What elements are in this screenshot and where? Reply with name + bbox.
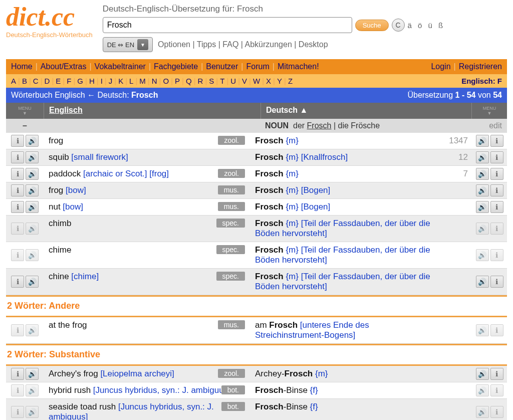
sound-icon[interactable]: 🔊 — [26, 406, 39, 418]
deutsch-cell[interactable]: Frosch {m} [Teil der Fassdauben, der übe… — [250, 216, 442, 242]
deutsch-cell[interactable]: Frosch {m} [Knallfrosch] — [250, 149, 442, 165]
subject-tag[interactable]: mus. — [218, 202, 245, 211]
info-icon[interactable]: ℹ — [490, 184, 503, 196]
sound-icon[interactable]: 🔊 — [476, 151, 489, 163]
english-cell[interactable]: frog [bow]mus. — [44, 182, 250, 198]
col-deutsch[interactable]: Deutsch ▲ — [266, 106, 308, 114]
info-icon[interactable]: ℹ — [11, 168, 24, 180]
info-icon[interactable]: ℹ — [11, 201, 24, 213]
info-icon[interactable]: ℹ — [490, 151, 503, 163]
info-icon[interactable]: ℹ — [490, 324, 503, 336]
english-cell[interactable]: frogzool. — [44, 133, 250, 149]
alpha-link[interactable]: V — [242, 77, 247, 85]
sound-icon[interactable]: 🔊 — [26, 384, 39, 396]
sound-icon[interactable]: 🔊 — [26, 368, 39, 380]
english-cell[interactable]: paddock [archaic or Scot.] [frog]zool. — [44, 166, 250, 182]
alpha-link[interactable]: X — [266, 77, 271, 85]
alpha-link[interactable]: T — [220, 77, 224, 85]
deutsch-cell[interactable]: Frosch {m} — [250, 166, 442, 182]
info-icon[interactable]: ℹ — [490, 249, 503, 261]
english-cell[interactable]: chimespec. — [44, 242, 250, 268]
sound-icon[interactable]: 🔊 — [26, 151, 39, 163]
sound-icon[interactable]: 🔊 — [476, 249, 489, 261]
info-icon[interactable]: ℹ — [11, 384, 24, 396]
sound-icon[interactable]: 🔊 — [476, 223, 489, 235]
info-icon[interactable]: ℹ — [11, 151, 24, 163]
deutsch-cell[interactable]: Frosch {m} — [250, 133, 442, 149]
nav-link[interactable]: Benutzer — [206, 62, 238, 71]
info-icon[interactable]: ℹ — [490, 201, 503, 213]
opt-link[interactable]: Tipps — [197, 40, 216, 49]
deutsch-cell[interactable]: Frosch {m} [Teil der Fassdauben, der übe… — [250, 242, 442, 268]
english-cell[interactable]: hybrid rush [Juncus hybridus, syn.: J. a… — [44, 382, 250, 398]
alpha-link[interactable]: U — [230, 77, 236, 85]
subject-tag[interactable]: bot. — [221, 402, 245, 411]
sound-icon[interactable]: 🔊 — [476, 384, 489, 396]
info-icon[interactable]: ℹ — [11, 249, 24, 261]
info-icon[interactable]: ℹ — [490, 168, 503, 180]
sound-icon[interactable]: 🔊 — [26, 276, 39, 288]
alpha-link[interactable]: E — [56, 77, 61, 85]
opt-link[interactable]: FAQ — [222, 40, 238, 49]
subject-tag[interactable]: zool. — [218, 369, 245, 378]
english-cell[interactable]: squib [small firework] — [44, 149, 250, 165]
deutsch-cell[interactable]: Frosch {m} [Bogen] — [250, 182, 442, 198]
deutsch-cell[interactable]: Archey-Frosch {m} — [250, 366, 442, 382]
subject-tag[interactable]: mus. — [218, 185, 245, 194]
alpha-link[interactable]: N — [152, 77, 157, 85]
sound-icon[interactable]: 🔊 — [26, 168, 39, 180]
nav-link[interactable]: About/Extras — [41, 62, 87, 71]
info-icon[interactable]: ℹ — [11, 406, 24, 418]
alpha-link[interactable]: Y — [277, 77, 282, 85]
alpha-link[interactable]: W — [253, 77, 260, 85]
opt-link[interactable]: Optionen — [158, 40, 190, 49]
sound-icon[interactable]: 🔊 — [26, 223, 39, 235]
info-icon[interactable]: ℹ — [490, 368, 503, 380]
sound-icon[interactable]: 🔊 — [476, 276, 489, 288]
alpha-link[interactable]: K — [118, 77, 123, 85]
info-icon[interactable]: ℹ — [490, 223, 503, 235]
alpha-link[interactable]: G — [77, 77, 83, 85]
alpha-link[interactable]: L — [129, 77, 133, 85]
subject-tag[interactable]: mus. — [218, 320, 245, 329]
info-icon[interactable]: ℹ — [11, 276, 24, 288]
deutsch-cell[interactable]: Frosch-Binse {f} — [250, 382, 442, 398]
sound-icon[interactable]: 🔊 — [26, 135, 39, 147]
alpha-link[interactable]: O — [163, 77, 169, 85]
search-button[interactable]: Suche — [355, 20, 389, 31]
sound-icon[interactable]: 🔊 — [476, 324, 489, 336]
search-input[interactable] — [103, 17, 352, 33]
sound-icon[interactable]: 🔊 — [476, 168, 489, 180]
info-icon[interactable]: ℹ — [11, 324, 24, 336]
col-english[interactable]: Englisch — [49, 106, 83, 114]
alpha-link[interactable]: F — [67, 77, 71, 85]
nav-link[interactable]: Login — [431, 62, 450, 71]
english-cell[interactable]: at the frogmus. — [44, 317, 250, 343]
info-icon[interactable]: ℹ — [490, 384, 503, 396]
sound-icon[interactable]: 🔊 — [26, 249, 39, 261]
info-icon[interactable]: ℹ — [11, 184, 24, 196]
edit-link[interactable]: edit — [462, 119, 507, 133]
nav-link[interactable]: Registrieren — [459, 62, 502, 71]
opt-link[interactable]: Desktop — [299, 40, 328, 49]
info-icon[interactable]: ℹ — [11, 223, 24, 235]
umlaut-buttons[interactable]: ä ö ü ß — [408, 21, 445, 30]
nav-link[interactable]: Vokabeltrainer — [95, 62, 146, 71]
alpha-link[interactable]: D — [45, 77, 50, 85]
alpha-link[interactable]: C — [33, 77, 39, 85]
chevron-down-icon[interactable]: ▼ — [137, 39, 148, 50]
logo[interactable]: dict.cc — [6, 4, 93, 30]
english-cell[interactable]: nut [bow]mus. — [44, 199, 250, 215]
alpha-link[interactable]: H — [89, 77, 95, 85]
sound-icon[interactable]: 🔊 — [26, 184, 39, 196]
opt-link[interactable]: Abkürzungen — [245, 40, 292, 49]
subject-tag[interactable]: zool. — [218, 136, 245, 145]
nav-link[interactable]: Forum — [246, 62, 269, 71]
sound-icon[interactable]: 🔊 — [476, 201, 489, 213]
alpha-link[interactable]: P — [175, 77, 180, 85]
alpha-link[interactable]: B — [22, 77, 27, 85]
deutsch-cell[interactable]: Frosch-Binse {f} — [250, 399, 442, 420]
english-cell[interactable]: chimbspec. — [44, 216, 250, 242]
info-icon[interactable]: ℹ — [11, 135, 24, 147]
subject-tag[interactable]: bot. — [221, 385, 245, 394]
